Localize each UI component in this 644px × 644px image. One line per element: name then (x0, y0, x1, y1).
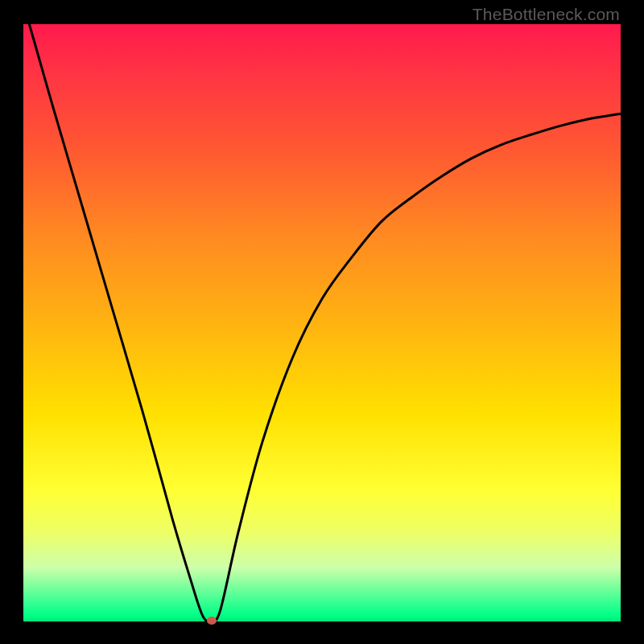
watermark-text: TheBottleneck.com (473, 5, 620, 24)
plot-area (23, 24, 621, 621)
chart-container: TheBottleneck.com (0, 0, 644, 644)
bottleneck-curve (23, 24, 621, 621)
minimum-marker (207, 617, 217, 625)
